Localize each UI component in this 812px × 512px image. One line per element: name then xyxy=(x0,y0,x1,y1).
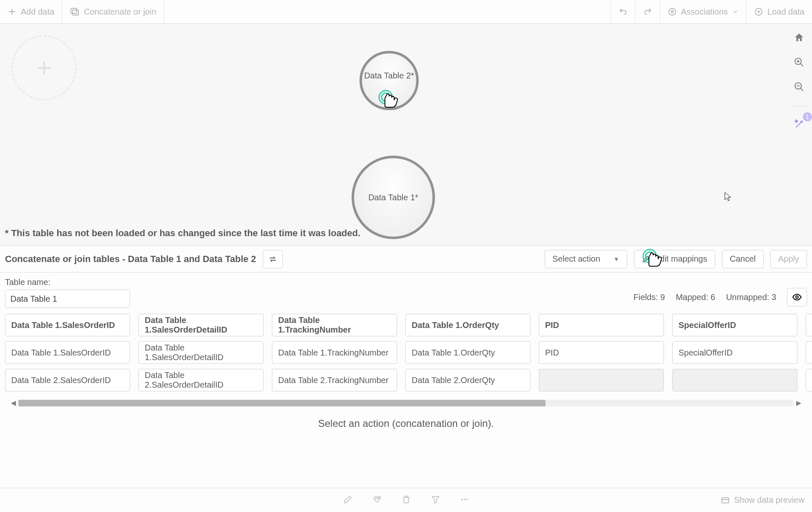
home-button[interactable] xyxy=(791,30,807,47)
eye-icon xyxy=(792,292,802,302)
toggle-visibility-button[interactable] xyxy=(787,288,807,306)
column-header[interactable]: Data Table 1.SalesOrderID xyxy=(5,314,130,336)
mapping-cell[interactable]: Data Table 1.TrackingNumber xyxy=(272,341,397,364)
apply-button[interactable]: Apply xyxy=(770,250,807,268)
mapping-row: Data Table 1.SalesOrderIDData Table 1.Sa… xyxy=(5,314,807,391)
mapping-cell[interactable]: Data Table 1.OrderQty xyxy=(405,341,530,364)
mapping-cell[interactable]: Data Table 2.OrderQty xyxy=(405,369,530,391)
mapping-cell[interactable]: SpecialOfferID xyxy=(672,341,797,364)
mapping-column: Data Table 1.TrackingNumberData Table 1.… xyxy=(272,314,397,391)
chevron-down-icon: ▼ xyxy=(613,256,619,262)
bottom-icon-group xyxy=(343,494,470,506)
table-bubble-1-label: Data Table 1* xyxy=(368,193,418,202)
mapping-column: Data Table 1.OrderQtyData Table 1.OrderQ… xyxy=(405,314,530,391)
column-header[interactable]: Data Table 1.TrackingNumber xyxy=(272,314,397,336)
scroll-right-icon[interactable]: ▶ xyxy=(795,399,802,407)
column-header[interactable]: PID xyxy=(539,314,664,336)
refresh-icon xyxy=(372,494,382,504)
concat-join-title: Concatenate or join tables - Data Table … xyxy=(5,254,256,265)
redo-icon xyxy=(643,7,652,16)
plus-icon xyxy=(8,7,17,16)
filter-button[interactable] xyxy=(430,494,440,506)
stack-icon xyxy=(70,7,80,17)
canvas-side-tools: 1 xyxy=(791,30,807,134)
cursor-icon xyxy=(724,192,732,202)
svg-point-12 xyxy=(461,499,463,500)
more-button[interactable] xyxy=(460,494,470,506)
top-toolbar: Add data Concatenate or join Association… xyxy=(0,0,812,24)
horizontal-scrollbar[interactable]: ◀ ▶ xyxy=(10,399,802,407)
table-bubble-2[interactable]: Data Table 2* xyxy=(359,51,419,110)
redo-button[interactable] xyxy=(635,0,660,24)
cancel-button[interactable]: Cancel xyxy=(722,250,764,268)
action-hint: Select an action (concatenation or join)… xyxy=(0,407,812,434)
associations-button[interactable]: Associations xyxy=(660,0,746,24)
zoom-out-button[interactable] xyxy=(791,79,807,96)
swap-tables-button[interactable] xyxy=(263,250,283,268)
edit-mappings-label: Edit mappings xyxy=(654,254,707,264)
field-counts: Fields: 9 Mapped: 6 Unmapped: 3 xyxy=(634,288,807,308)
column-header[interactable]: Data Table 1.OrderQty xyxy=(405,314,530,336)
associations-icon xyxy=(668,7,677,16)
column-header[interactable]: SpecialOfferID xyxy=(672,314,797,336)
cancel-label: Cancel xyxy=(730,254,756,264)
mapping-cell[interactable] xyxy=(672,369,797,391)
svg-point-2 xyxy=(671,10,674,13)
mapping-column: SpecialOfferIDSpecialOfferID xyxy=(672,314,797,391)
zoom-in-button[interactable] xyxy=(791,54,807,71)
pencil-icon xyxy=(343,494,353,504)
add-table-placeholder[interactable] xyxy=(12,35,76,100)
swap-icon xyxy=(268,255,277,264)
mapping-cell[interactable]: Data Ta xyxy=(806,369,812,391)
mapping-cell[interactable]: Data Table 2.SalesOrderID xyxy=(5,369,130,391)
mapping-column: Data Table 1.SalesOrderIDData Table 1.Sa… xyxy=(5,314,130,391)
mapping-cell[interactable]: Data Ta xyxy=(806,341,812,364)
delete-button[interactable] xyxy=(401,494,411,506)
mapping-column: PIDPID xyxy=(539,314,664,391)
recommendations-button[interactable]: 1 xyxy=(791,116,807,134)
table-bubble-2-label: Data Table 2* xyxy=(364,71,414,81)
scroll-thumb[interactable] xyxy=(18,400,546,406)
mapping-cell[interactable]: Data Table 1.SalesOrderID xyxy=(5,341,130,364)
table-bubble-1[interactable]: Data Table 1* xyxy=(352,156,435,239)
show-data-preview-button[interactable]: Show data preview xyxy=(721,488,804,512)
mapping-cell[interactable] xyxy=(539,369,664,391)
scroll-track[interactable] xyxy=(18,400,794,406)
add-data-button[interactable]: Add data xyxy=(0,0,62,24)
canvas-footnote: * This table has not been loaded or has … xyxy=(5,228,360,239)
column-header[interactable]: Data Ta xyxy=(806,314,812,336)
select-action-label: Select action xyxy=(553,254,601,264)
mapping-cell[interactable]: Data Table 1.SalesOrderDetailID xyxy=(138,341,264,364)
table-name-label: Table name: xyxy=(5,277,130,287)
mapping-cell[interactable]: Data Table 2.TrackingNumber xyxy=(272,369,397,391)
plus-large-icon xyxy=(35,58,54,78)
undo-button[interactable] xyxy=(611,0,635,24)
trash-icon xyxy=(401,494,411,504)
load-data-button[interactable]: Load data xyxy=(746,0,812,24)
svg-rect-0 xyxy=(71,8,77,13)
table-icon xyxy=(721,496,730,505)
table-name-row: Table name: Fields: 9 Mapped: 6 Unmapped… xyxy=(0,272,812,311)
fields-count: Fields: 9 xyxy=(634,293,665,302)
more-icon xyxy=(460,494,470,504)
bottom-toolbar: Show data preview xyxy=(0,488,812,512)
edit-mappings-button[interactable]: Edit mappings xyxy=(634,250,715,268)
svg-point-11 xyxy=(796,296,798,298)
data-model-canvas[interactable]: Data Table 2* Data Table 1* * This table… xyxy=(0,24,812,246)
column-header[interactable]: Data Table 1.SalesOrderDetailID xyxy=(138,314,264,336)
select-action-dropdown[interactable]: Select action ▼ xyxy=(545,250,627,268)
undo-icon xyxy=(618,7,628,16)
mapping-area: Data Table 1.SalesOrderIDData Table 1.Sa… xyxy=(0,311,812,407)
svg-point-13 xyxy=(464,499,465,500)
mapping-cell[interactable]: Data Table 2.SalesOrderDetailID xyxy=(138,369,264,391)
concat-join-button[interactable]: Concatenate or join xyxy=(62,0,164,24)
home-icon xyxy=(794,32,804,43)
scroll-left-icon[interactable]: ◀ xyxy=(10,399,17,407)
edit-button[interactable] xyxy=(343,494,353,506)
refresh-button[interactable] xyxy=(372,494,382,506)
table-name-input[interactable] xyxy=(5,290,130,308)
mapping-cell[interactable]: PID xyxy=(539,341,664,364)
svg-point-14 xyxy=(466,499,468,500)
wand-icon xyxy=(794,119,804,130)
filter-icon xyxy=(430,494,440,504)
